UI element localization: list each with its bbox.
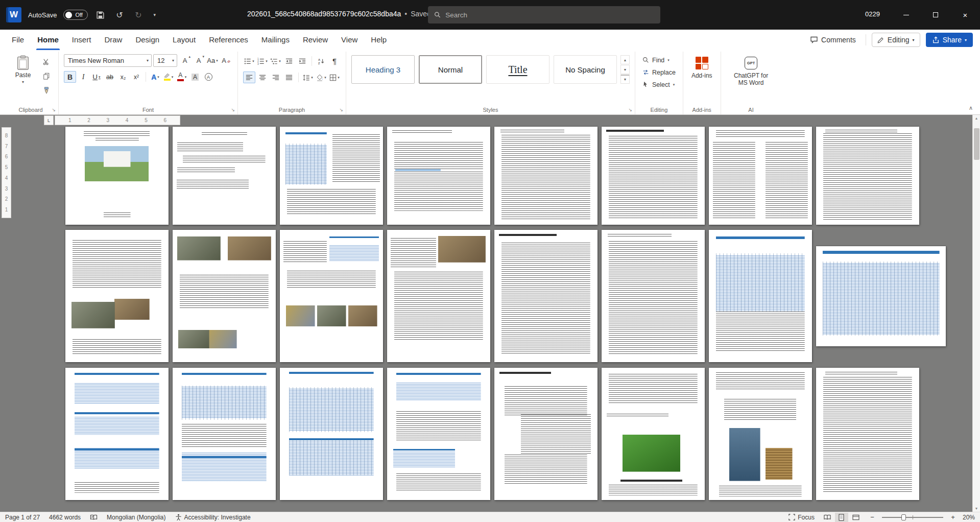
tab-view[interactable]: View bbox=[334, 30, 364, 50]
editing-mode-dropdown[interactable]: Editing ▾ bbox=[872, 33, 920, 47]
align-right-button[interactable] bbox=[270, 72, 282, 83]
page-thumbnail[interactable] bbox=[816, 127, 919, 225]
borders-button[interactable]: ▾ bbox=[328, 72, 341, 83]
strikethrough-button[interactable]: ab bbox=[104, 71, 116, 83]
replace-button[interactable]: Replace bbox=[640, 67, 678, 78]
change-case-button[interactable]: Aa▾ bbox=[206, 55, 219, 66]
page-thumbnail[interactable] bbox=[387, 230, 490, 362]
tab-review[interactable]: Review bbox=[296, 30, 334, 50]
tab-draw[interactable]: Draw bbox=[98, 30, 129, 50]
scrollbar-up-icon[interactable]: ▲ bbox=[973, 116, 980, 120]
comments-button[interactable]: Comments bbox=[806, 33, 860, 46]
share-button[interactable]: Share ▾ bbox=[926, 33, 973, 47]
page-thumbnail[interactable] bbox=[494, 127, 597, 225]
superscript-button[interactable]: x² bbox=[130, 71, 142, 83]
paragraph-dialog-launcher[interactable]: ↘ bbox=[339, 107, 343, 112]
bullets-button[interactable]: ▾ bbox=[243, 55, 255, 67]
maximize-button[interactable] bbox=[921, 0, 950, 30]
tab-references[interactable]: References bbox=[202, 30, 255, 50]
justify-button[interactable] bbox=[283, 72, 295, 83]
underline-button[interactable]: U▾ bbox=[90, 71, 103, 83]
page-thumbnail[interactable] bbox=[816, 368, 919, 500]
page-thumbnail[interactable] bbox=[173, 230, 276, 362]
enclose-characters-button[interactable]: A bbox=[202, 71, 214, 83]
tab-stop-selector[interactable]: L bbox=[44, 115, 54, 125]
language-indicator[interactable]: Mongolian (Mongolia) bbox=[107, 514, 165, 521]
word-logo-icon[interactable]: W bbox=[6, 7, 21, 22]
accessibility-checker[interactable]: Accessibility: Investigate bbox=[175, 514, 251, 521]
styles-scroll-down-button[interactable]: ▼ bbox=[620, 65, 630, 74]
vertical-ruler[interactable]: 87654321 bbox=[2, 127, 11, 218]
line-spacing-button[interactable]: ▾ bbox=[302, 72, 314, 83]
tab-mailings[interactable]: Mailings bbox=[255, 30, 296, 50]
page-thumbnail[interactable] bbox=[709, 127, 812, 225]
multilevel-list-button[interactable]: ▾ bbox=[270, 55, 282, 67]
page-indicator[interactable]: Page 1 of 27 bbox=[5, 514, 40, 521]
clipboard-dialog-launcher[interactable]: ↘ bbox=[52, 107, 56, 112]
customize-qat-chevron[interactable]: ▾ bbox=[151, 8, 158, 22]
text-effects-button[interactable]: A▾ bbox=[149, 71, 161, 83]
character-shading-button[interactable]: A bbox=[189, 71, 201, 83]
collapse-ribbon-button[interactable]: ∧ bbox=[969, 105, 973, 111]
page-thumbnail[interactable] bbox=[280, 368, 383, 500]
page-thumbnail[interactable] bbox=[280, 230, 383, 362]
page-thumbnail[interactable] bbox=[65, 368, 169, 500]
web-layout-button[interactable] bbox=[849, 513, 863, 522]
autosave-toggle[interactable]: Off bbox=[63, 10, 87, 20]
page-thumbnail[interactable] bbox=[494, 368, 597, 500]
zoom-slider-thumb[interactable] bbox=[901, 514, 906, 520]
chatgpt-button[interactable]: GPT ChatGPT for MS Word bbox=[726, 53, 776, 87]
proofing-status-button[interactable] bbox=[90, 514, 98, 521]
page-thumbnail[interactable] bbox=[173, 127, 276, 225]
tab-file[interactable]: File bbox=[5, 30, 31, 50]
sort-button[interactable]: AZ bbox=[315, 55, 327, 67]
page-thumbnail[interactable] bbox=[602, 368, 705, 500]
horizontal-ruler[interactable]: 123456 bbox=[55, 115, 180, 125]
page-thumbnail[interactable] bbox=[602, 127, 705, 225]
zoom-slider[interactable] bbox=[882, 517, 943, 518]
style-title[interactable]: Title bbox=[486, 55, 549, 84]
redo-button[interactable]: ↻ bbox=[132, 8, 145, 22]
page-thumbnail[interactable] bbox=[494, 230, 597, 362]
style-heading-3[interactable]: Heading 3 bbox=[351, 55, 415, 84]
save-button[interactable] bbox=[94, 8, 107, 22]
grow-font-button[interactable]: A▴ bbox=[179, 55, 191, 66]
tab-layout[interactable]: Layout bbox=[166, 30, 202, 50]
word-count[interactable]: 4662 words bbox=[49, 514, 81, 521]
tab-help[interactable]: Help bbox=[364, 30, 393, 50]
bold-button[interactable]: B bbox=[64, 71, 76, 83]
decrease-indent-button[interactable] bbox=[283, 55, 295, 67]
subscript-button[interactable]: x₂ bbox=[117, 71, 129, 83]
find-button[interactable]: Find ▾ bbox=[640, 55, 678, 65]
scrollbar-down-icon[interactable]: ▼ bbox=[973, 507, 980, 510]
page-thumbnail[interactable] bbox=[387, 127, 490, 225]
tab-insert[interactable]: Insert bbox=[65, 30, 98, 50]
styles-more-button[interactable]: ▼ bbox=[620, 75, 630, 84]
scrollbar-thumb[interactable] bbox=[974, 128, 979, 160]
document-title[interactable]: 202601_568c540868ad98537679c602c58dba4a … bbox=[247, 10, 437, 18]
shading-button[interactable]: ▾ bbox=[315, 72, 327, 83]
increase-indent-button[interactable] bbox=[296, 55, 308, 67]
zoom-out-button[interactable]: − bbox=[869, 513, 876, 521]
show-formatting-marks-button[interactable]: ¶ bbox=[328, 55, 341, 67]
format-painter-button[interactable] bbox=[39, 84, 53, 97]
align-center-button[interactable] bbox=[256, 72, 269, 83]
style-normal[interactable]: Normal bbox=[419, 55, 482, 84]
document-canvas[interactable]: L 123456 87654321 ▲ ▼ bbox=[0, 115, 980, 512]
styles-scroll-up-button[interactable]: ▲ bbox=[620, 55, 630, 64]
search-input[interactable] bbox=[445, 11, 654, 19]
page-thumbnail[interactable] bbox=[387, 368, 490, 500]
styles-dialog-launcher[interactable]: ↘ bbox=[628, 107, 632, 112]
font-color-button[interactable]: A ▾ bbox=[176, 71, 188, 83]
page-thumbnail[interactable] bbox=[280, 127, 383, 225]
shrink-font-button[interactable]: A▾ bbox=[193, 55, 205, 66]
font-dialog-launcher[interactable]: ↘ bbox=[231, 107, 235, 112]
select-button[interactable]: Select ▾ bbox=[640, 79, 678, 90]
font-size-combobox[interactable]: 12 ▾ bbox=[153, 54, 177, 67]
addins-button[interactable]: Add-ins bbox=[688, 53, 715, 79]
search-box[interactable] bbox=[428, 6, 660, 23]
page-thumbnail[interactable] bbox=[173, 368, 276, 500]
page-thumbnail[interactable] bbox=[65, 127, 169, 225]
focus-mode-button[interactable]: Focus bbox=[788, 514, 815, 521]
undo-button[interactable]: ↺ bbox=[113, 8, 126, 22]
